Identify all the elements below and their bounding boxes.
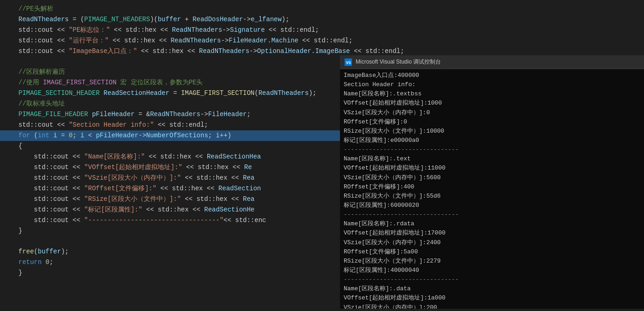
console-line: 标记[区段属性]:40000040 (344, 266, 640, 275)
console-line: VSzie[区段大小（内存中）]:200 (344, 303, 640, 309)
console-line: VOffset[起始相对虚拟地址]:1000 (344, 99, 640, 108)
console-separator: -------------------------------- (344, 145, 640, 154)
console-body: ImageBase入口点:400000 Section Header info:… (340, 69, 644, 309)
console-line: RSize[区段大小（文件中）]:10000 (344, 127, 640, 136)
console-line: ImageBase入口点:400000 (344, 71, 640, 80)
console-line: 标记[区段属性]:60000020 (344, 201, 640, 210)
console-line: Name[区段名称]:.textbss (344, 89, 640, 99)
console-line: VSzie[区段大小（内存中）]:5600 (344, 173, 640, 182)
console-titlebar: VS Microsoft Visual Studio 调试控制台 (340, 55, 644, 69)
console-line: VSzie[区段大小（内存中）]:0 (344, 108, 640, 117)
console-line: RSize[区段大小（文件中）]:55d6 (344, 192, 640, 201)
console-line: ROffset[文件偏移]:5a00 (344, 247, 640, 257)
code-line: std::cout << "PE标志位：" << std::hex << Rea… (0, 25, 644, 35)
console-line: Name[区段名称]:.rdata (344, 219, 640, 229)
code-line: //PE头解析 (0, 4, 644, 14)
console-line: VOffset[起始相对虚拟地址]:11000 (344, 164, 640, 173)
console-line: VSzie[区段大小（内存中）]:2400 (344, 238, 640, 247)
console-line: ROffset[文件偏移]:0 (344, 117, 640, 127)
code-line: ReadNTheaders = (PIMAGE_NT_HEADERS)(buff… (0, 14, 644, 25)
console-separator: -------------------------------- (344, 275, 640, 284)
console-line: Section Header info: (344, 80, 640, 89)
console-line: RSize[区段大小（文件中）]:2279 (344, 257, 640, 266)
svg-text:VS: VS (346, 61, 351, 65)
console-title: Microsoft Visual Studio 调试控制台 (356, 58, 441, 66)
console-line: ROffset[文件偏移]:400 (344, 182, 640, 192)
console-line: VOffset[起始相对虚拟地址]:17000 (344, 229, 640, 238)
code-line: std::cout << "运行平台：" << std::hex << Read… (0, 35, 644, 46)
vs-icon: VS (345, 59, 352, 66)
console-line: Name[区段名称]:.text (344, 154, 640, 164)
console-line: VOffset[起始相对虚拟地址]:1a000 (344, 293, 640, 303)
console-line: Name[区段名称]:.data (344, 284, 640, 293)
console-separator: -------------------------------- (344, 210, 640, 219)
code-editor: //PE头解析 ReadNTheaders = (PIMAGE_NT_HEADE… (0, 0, 644, 311)
console-overlay[interactable]: VS Microsoft Visual Studio 调试控制台 ImageBa… (340, 55, 644, 309)
console-line: 标记[区段属性]:e00000a0 (344, 136, 640, 145)
